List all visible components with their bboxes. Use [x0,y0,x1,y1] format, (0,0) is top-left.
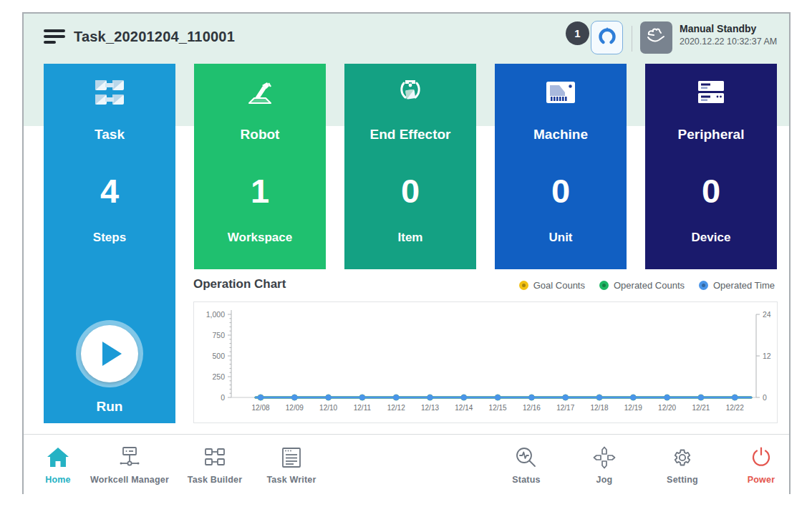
legend-goal-counts: Goal Counts [519,280,585,291]
svg-text:1,000: 1,000 [206,310,225,319]
card-task[interactable]: Task 4 Steps Run [44,64,175,423]
task-steps-icon [44,75,175,110]
header-divider [632,26,632,52]
card-end-effector[interactable]: End Effector 0 Item [344,64,476,269]
gripper-icon [344,75,476,110]
svg-text:12/14: 12/14 [455,404,473,412]
svg-text:12/16: 12/16 [523,404,541,412]
svg-text:24: 24 [763,310,771,319]
svg-text:12: 12 [763,352,771,360]
svg-text:0: 0 [763,393,767,402]
peripheral-icon [645,75,777,110]
card-machine[interactable]: Machine 0 Unit [495,64,627,269]
nav-power[interactable]: Power [714,443,808,485]
svg-text:12/17: 12/17 [556,404,574,412]
task-title: Task_20201204_110001 [74,29,235,45]
card-machine-unit: Unit [495,231,627,245]
card-machine-value: 0 [495,171,627,211]
svg-text:0: 0 [221,393,225,402]
datetime-label: 2020.12.22 10:32:37 AM [680,37,777,47]
servo-gripper-button[interactable] [591,21,623,54]
card-peripheral-value: 0 [645,171,777,211]
card-end-effector-unit: Item [344,231,476,245]
operated-counts-dot-icon [599,281,609,290]
svg-text:12/12: 12/12 [387,404,405,412]
card-robot-value: 1 [194,171,326,211]
svg-text:12/11: 12/11 [354,404,372,412]
operation-chart: 02505007501,0000122412/0812/0912/1012/11… [193,301,778,423]
run-button[interactable]: Run [44,320,175,415]
svg-text:12/08: 12/08 [251,404,269,412]
card-robot-label: Robot [194,127,326,143]
operated-time-dot-icon [699,281,708,290]
chart-legend: Goal Counts Operated Counts Operated Tim… [519,280,775,291]
robot-mode-label: Manual Standby [680,23,777,34]
svg-text:12/20: 12/20 [658,404,676,412]
card-peripheral[interactable]: Peripheral 0 Device [645,64,777,269]
power-icon [714,443,808,472]
hand-guide-icon [646,26,667,49]
nav-workcell-manager[interactable]: Workcell Manager [82,443,177,485]
svg-text:500: 500 [212,352,225,360]
bottom-navigation: Home Workcell Manager [24,434,789,494]
workcell-manager-icon [82,443,177,472]
card-end-effector-label: End Effector [344,127,476,143]
notification-count-badge: 1 [566,21,589,45]
screen: Task_20201204_110001 1 [0,0,812,507]
svg-text:12/18: 12/18 [590,404,608,412]
svg-text:12/19: 12/19 [624,404,642,412]
menu-button[interactable] [44,29,65,47]
svg-text:12/21: 12/21 [692,404,710,412]
operation-chart-plot: 02505007501,0000122412/0812/0912/1012/11… [194,302,777,422]
play-icon [102,342,122,366]
goal-counts-dot-icon [519,281,528,290]
card-task-unit: Steps [44,231,175,245]
svg-text:12/15: 12/15 [489,404,507,412]
card-robot-unit: Workspace [194,231,326,245]
card-task-label: Task [44,127,175,143]
card-robot[interactable]: Robot 1 Workspace [194,64,326,269]
run-label: Run [97,399,123,415]
robot-arm-icon [194,75,326,110]
machine-icon [495,75,627,110]
legend-operated-time: Operated Time [699,280,775,291]
svg-text:12/13: 12/13 [421,404,439,412]
card-machine-label: Machine [495,127,627,143]
card-peripheral-label: Peripheral [645,127,777,143]
card-task-value: 4 [44,171,175,211]
task-writer-icon [244,443,339,472]
svg-text:250: 250 [212,372,225,381]
app-frame: Task_20201204_110001 1 [22,12,791,494]
manual-mode-tile [640,21,672,54]
nav-task-writer[interactable]: Task Writer [244,443,339,485]
svg-text:12/22: 12/22 [726,404,744,412]
svg-text:12/09: 12/09 [286,404,304,412]
legend-operated-counts: Operated Counts [599,280,685,291]
svg-text:750: 750 [212,331,225,339]
robot-status: Manual Standby 2020.12.22 10:32:37 AM [680,23,777,47]
gripper-rotation-icon [597,26,617,49]
card-end-effector-value: 0 [344,171,476,211]
svg-text:12/10: 12/10 [319,404,337,412]
menu-icon [44,29,65,32]
operation-chart-title: Operation Chart [193,277,286,291]
card-peripheral-unit: Device [645,231,777,245]
